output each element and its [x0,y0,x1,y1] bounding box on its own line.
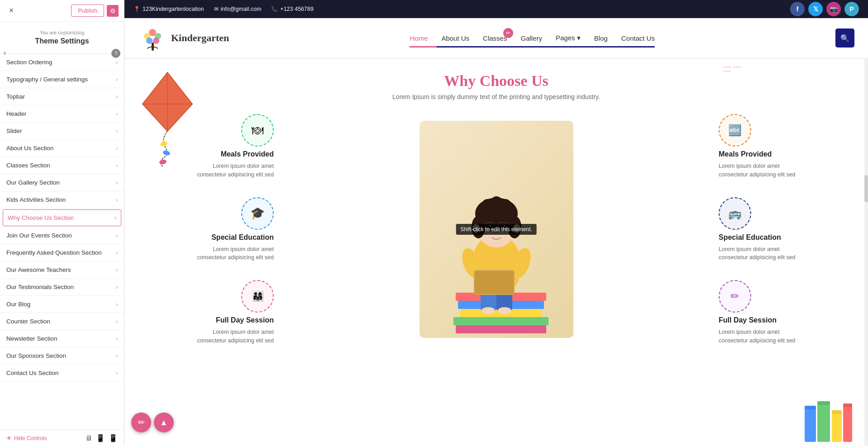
chevron-icon: › [116,180,118,186]
mobile-icon[interactable]: 📱 [109,434,118,442]
nav-home[interactable]: Home [410,34,428,42]
nav-blog[interactable]: Blog [594,34,608,42]
feature-desc-session-right: Lorem ipsum dolor ametconsectetur adipis… [719,328,796,345]
nav-item-our-testimonials-section[interactable]: Our Testimonials Section › [0,279,124,296]
chevron-icon: › [116,94,118,100]
svg-rect-45 [817,403,830,442]
svg-rect-25 [475,271,514,294]
topbar-social: f 𝕏 📷 P [790,2,859,16]
site-topbar: 📍 123Kindergartenlocation ✉ info@gmail.c… [124,0,868,18]
feature-meals-right: 🔤 Meals Provided Lorem ipsum dolor ametc… [705,114,832,179]
why-choose-section: ●●●●● ●●●●● ●●●●● Why Choose Us Lorem Ip… [124,59,868,359]
chevron-icon: › [116,111,118,117]
education-icon-left: 🎓 [241,197,274,230]
nav-item-our-awesome-teachers[interactable]: Our Awesome Teachers › [0,261,124,279]
svg-rect-16 [456,325,546,333]
nav-item-label: Our Blog [6,301,30,308]
nav-item-slider[interactable]: Slider › [0,123,124,140]
nav-item-label: Contact Us Section [6,370,59,376]
panel-back-button[interactable]: ‹ [4,49,6,57]
nav-item-label: Counter Section [6,318,50,325]
nav-item-our-blog[interactable]: Our Blog › [0,296,124,313]
scrollbar-thumb[interactable] [864,175,868,202]
nav-item-newsletter-section[interactable]: Newsletter Section › [0,330,124,347]
nav-item-label: Section Ordering [6,59,52,66]
nav-item-our-sponsors-section[interactable]: Our Sponsors Section › [0,347,124,365]
close-panel-button[interactable]: × [5,5,17,17]
site-nav: Home About Us Classes ✏ Gallery Pages ▾ … [410,34,655,42]
nav-item-topbar[interactable]: Topbar › [0,88,124,105]
nav-item-kids-activities-section[interactable]: Kids Activities Section › [0,191,124,209]
eye-icon: 👁 [6,435,12,441]
nav-item-join-our-events-section[interactable]: Join Our Events Section › [0,227,124,244]
nav-item-label: Frequently Asked Question Section [6,249,102,256]
nav-item-label: Why Choose Us Section [8,214,74,221]
feature-title-meals-right: Meals Provided [719,150,772,158]
nav-item-counter-section[interactable]: Counter Section › [0,313,124,330]
email-icon: ✉ [214,6,219,12]
pinterest-button[interactable]: P [844,2,859,16]
hide-controls-button[interactable]: 👁 Hide Controls [6,435,47,441]
gear-button[interactable]: ⚙ [107,5,119,17]
nav-item-why-choose-us-section[interactable]: Why Choose Us Section › [3,209,121,226]
nav-item-label: Typography / General settings [6,76,88,83]
facebook-button[interactable]: f [790,2,805,16]
nav-item-our-gallery-section[interactable]: Our Gallery Section › [0,174,124,191]
nav-item-about-us-section[interactable]: About Us Section › [0,140,124,157]
feature-meals-left: 🍽 Meals Provided Lorem ipsum dolor ametc… [161,114,287,179]
nav-contact-us[interactable]: Contact Us [621,34,655,42]
chevron-icon: › [116,128,118,134]
nav-item-label: Join Our Events Section [6,232,72,239]
nav-item-label: Newsletter Section [6,335,57,342]
nav-item-classes-section[interactable]: Classes Section › [0,157,124,174]
svg-rect-43 [805,408,816,442]
nav-gallery[interactable]: Gallery [520,34,542,42]
chevron-icon: › [116,353,118,359]
search-button[interactable]: 🔍 [835,28,854,47]
nav-item-label: Our Testimonials Section [6,284,74,290]
nav-item-contact-us-section[interactable]: Contact Us Section › [0,365,124,382]
publish-button[interactable]: Publish [71,5,104,17]
feature-desc-education-left: Lorem ipsum dolor ametconsectetur adipis… [197,245,274,262]
classes-edit-pencil[interactable]: ✏ [503,28,513,38]
nav-about-us[interactable]: About Us [441,34,469,42]
instagram-button[interactable]: 📷 [826,2,841,16]
child-image: Shift-click to edit this element. [420,121,573,338]
feature-title-session-right: Full Day Session [719,316,777,324]
chevron-icon: › [116,76,118,83]
tablet-icon[interactable]: 📱 [96,434,105,442]
location-icon: 📍 [134,6,140,12]
features-left: 🍽 Meals Provided Lorem ipsum dolor ametc… [161,114,287,345]
feature-education-right: 🚌 Special Education Lorem ipsum dolor am… [705,197,832,262]
nav-item-typography-general[interactable]: Typography / General settings › [0,71,124,88]
panel-help-button[interactable]: ? [111,49,120,58]
topbar-email: ✉ info@gmail.com [214,6,262,12]
svg-rect-46 [817,401,830,405]
floating-up-button[interactable]: ▲ [154,413,174,432]
nav-pages[interactable]: Pages ▾ [556,34,581,42]
logo-icon [138,24,167,53]
svg-rect-48 [832,410,842,414]
svg-point-32 [500,199,511,210]
panel-customizing-label: You are customizing [14,25,110,36]
nav-item-section-ordering[interactable]: Section Ordering › [0,54,124,71]
floating-edit-button[interactable]: ✏ [131,413,151,432]
topbar-location: 📍 123Kindergartenlocation [134,6,204,12]
svg-rect-50 [843,403,852,407]
topbar-left: 📍 123Kindergartenlocation ✉ info@gmail.c… [134,6,314,12]
svg-point-3 [146,38,153,44]
panel-title: Theme Settings [14,36,110,50]
feature-title-education-right: Special Education [719,233,781,242]
right-scrollbar[interactable] [864,59,868,446]
desktop-icon[interactable]: 🖥 [85,434,92,442]
feature-title-meals-left: Meals Provided [221,150,274,158]
svg-point-21 [498,307,511,314]
chevron-icon: › [116,370,118,376]
twitter-button[interactable]: 𝕏 [808,2,823,16]
nav-item-faq-section[interactable]: Frequently Asked Question Section › [0,244,124,261]
session-icon-right: ✏ [719,280,751,313]
nav-item-header[interactable]: Header › [0,105,124,123]
panel-bottom-bar: 👁 Hide Controls 🖥 📱 📱 [0,430,124,446]
topbar-phone: 📞 +123 456789 [271,6,313,12]
feature-title-education-left: Special Education [211,233,274,242]
